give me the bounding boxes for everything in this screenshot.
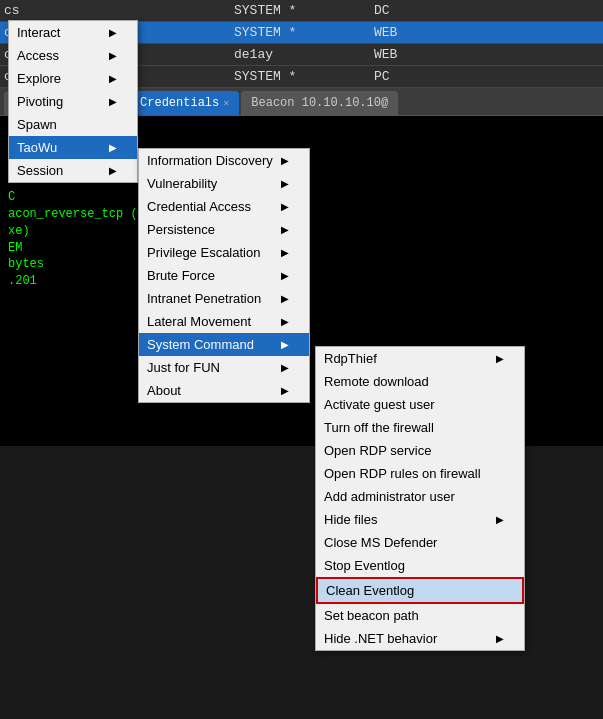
tab-beacon-ip[interactable]: Beacon 10.10.10.10@	[241, 91, 398, 115]
tab-close-icon[interactable]: ✕	[223, 97, 229, 109]
menu-label: Spawn	[17, 117, 57, 132]
menu-item-credential-access[interactable]: Credential Access ▶	[139, 195, 309, 218]
submenu-arrow-icon: ▶	[281, 224, 289, 235]
menu-item-vulnerability[interactable]: Vulnerability ▶	[139, 172, 309, 195]
col-user: SYSTEM *	[230, 69, 370, 84]
menu-item-spawn[interactable]: Spawn	[9, 113, 137, 136]
tab-credentials[interactable]: Credentials ✕	[130, 91, 239, 115]
menu-item-open-rdp-rules[interactable]: Open RDP rules on firewall	[316, 462, 524, 485]
submenu-arrow-icon: ▶	[496, 633, 504, 644]
menu-label: TaoWu	[17, 140, 57, 155]
menu-item-session[interactable]: Session ▶	[9, 159, 137, 182]
submenu-arrow-icon: ▶	[109, 165, 117, 176]
tab-label: Beacon 10.10.10.10@	[251, 96, 388, 110]
col-extra: WEB	[370, 25, 470, 40]
menu-label: Privilege Escalation	[147, 245, 260, 260]
menu-label: About	[147, 383, 181, 398]
submenu-arrow-icon: ▶	[281, 201, 289, 212]
submenu-arrow-icon: ▶	[109, 142, 117, 153]
menu-label: Hide .NET behavior	[324, 631, 437, 646]
menu-item-brute-force[interactable]: Brute Force ▶	[139, 264, 309, 287]
context-menu-level3: RdpThief ▶ Remote download Activate gues…	[315, 346, 525, 651]
menu-item-turn-off-firewall[interactable]: Turn off the firewall	[316, 416, 524, 439]
menu-label: Remote download	[324, 374, 429, 389]
menu-label: Hide files	[324, 512, 377, 527]
table-row[interactable]: cs SYSTEM * DC	[0, 0, 603, 22]
menu-item-add-admin-user[interactable]: Add administrator user	[316, 485, 524, 508]
col-extra: WEB	[370, 47, 470, 62]
menu-label: RdpThief	[324, 351, 377, 366]
menu-item-close-ms-defender[interactable]: Close MS Defender	[316, 531, 524, 554]
menu-label: Vulnerability	[147, 176, 217, 191]
col-user: SYSTEM *	[230, 25, 370, 40]
submenu-arrow-icon: ▶	[496, 514, 504, 525]
menu-label: Open RDP service	[324, 443, 431, 458]
menu-item-activate-guest[interactable]: Activate guest user	[316, 393, 524, 416]
menu-item-clean-eventlog[interactable]: Clean Eventlog	[316, 577, 524, 604]
menu-item-system-command[interactable]: System Command ▶	[139, 333, 309, 356]
submenu-arrow-icon: ▶	[281, 293, 289, 304]
submenu-arrow-icon: ▶	[109, 50, 117, 61]
menu-item-just-for-fun[interactable]: Just for FUN ▶	[139, 356, 309, 379]
menu-item-intranet-penetration[interactable]: Intranet Penetration ▶	[139, 287, 309, 310]
menu-item-persistence[interactable]: Persistence ▶	[139, 218, 309, 241]
menu-label: Add administrator user	[324, 489, 455, 504]
menu-label: Open RDP rules on firewall	[324, 466, 481, 481]
menu-item-set-beacon-path[interactable]: Set beacon path	[316, 604, 524, 627]
submenu-arrow-icon: ▶	[281, 362, 289, 373]
menu-label: Pivoting	[17, 94, 63, 109]
menu-label: Close MS Defender	[324, 535, 437, 550]
menu-label: Brute Force	[147, 268, 215, 283]
menu-item-access[interactable]: Access ▶	[9, 44, 137, 67]
tab-label: Credentials	[140, 96, 219, 110]
submenu-arrow-icon: ▶	[281, 270, 289, 281]
col-extra: PC	[370, 69, 470, 84]
menu-label: Activate guest user	[324, 397, 435, 412]
menu-label: Credential Access	[147, 199, 251, 214]
submenu-arrow-icon: ▶	[281, 155, 289, 166]
menu-label: System Command	[147, 337, 254, 352]
menu-label: Turn off the firewall	[324, 420, 434, 435]
menu-label: Information Discovery	[147, 153, 273, 168]
submenu-arrow-icon: ▶	[281, 178, 289, 189]
menu-item-rdpthief[interactable]: RdpThief ▶	[316, 347, 524, 370]
submenu-arrow-icon: ▶	[496, 353, 504, 364]
menu-label: Explore	[17, 71, 61, 86]
menu-label: Clean Eventlog	[326, 583, 414, 598]
col-user: SYSTEM *	[230, 3, 370, 18]
submenu-arrow-icon: ▶	[281, 385, 289, 396]
menu-item-remote-download[interactable]: Remote download	[316, 370, 524, 393]
submenu-arrow-icon: ▶	[109, 73, 117, 84]
menu-item-taowu[interactable]: TaoWu ▶	[9, 136, 137, 159]
menu-label: Lateral Movement	[147, 314, 251, 329]
menu-label: Interact	[17, 25, 60, 40]
menu-label: Intranet Penetration	[147, 291, 261, 306]
menu-label: Set beacon path	[324, 608, 419, 623]
col-cs: cs	[0, 3, 30, 18]
submenu-arrow-icon: ▶	[281, 316, 289, 327]
context-menu-level1: Interact ▶ Access ▶ Explore ▶ Pivoting ▶…	[8, 20, 138, 183]
menu-item-hide-files[interactable]: Hide files ▶	[316, 508, 524, 531]
menu-item-explore[interactable]: Explore ▶	[9, 67, 137, 90]
menu-label: Persistence	[147, 222, 215, 237]
submenu-arrow-icon: ▶	[109, 27, 117, 38]
menu-item-lateral-movement[interactable]: Lateral Movement ▶	[139, 310, 309, 333]
menu-label: Just for FUN	[147, 360, 220, 375]
col-user: de1ay	[230, 47, 370, 62]
menu-item-about[interactable]: About ▶	[139, 379, 309, 402]
submenu-arrow-icon: ▶	[281, 247, 289, 258]
menu-item-pivoting[interactable]: Pivoting ▶	[9, 90, 137, 113]
submenu-arrow-icon: ▶	[109, 96, 117, 107]
submenu-arrow-icon: ▶	[281, 339, 289, 350]
menu-item-info-discovery[interactable]: Information Discovery ▶	[139, 149, 309, 172]
col-extra: DC	[370, 3, 470, 18]
context-menu-level2: Information Discovery ▶ Vulnerability ▶ …	[138, 148, 310, 403]
menu-label: Access	[17, 48, 59, 63]
menu-item-stop-eventlog[interactable]: Stop Eventlog	[316, 554, 524, 577]
menu-item-interact[interactable]: Interact ▶	[9, 21, 137, 44]
menu-item-privilege-escalation[interactable]: Privilege Escalation ▶	[139, 241, 309, 264]
menu-label: Stop Eventlog	[324, 558, 405, 573]
menu-item-open-rdp-service[interactable]: Open RDP service	[316, 439, 524, 462]
menu-label: Session	[17, 163, 63, 178]
menu-item-hide-net-behavior[interactable]: Hide .NET behavior ▶	[316, 627, 524, 650]
